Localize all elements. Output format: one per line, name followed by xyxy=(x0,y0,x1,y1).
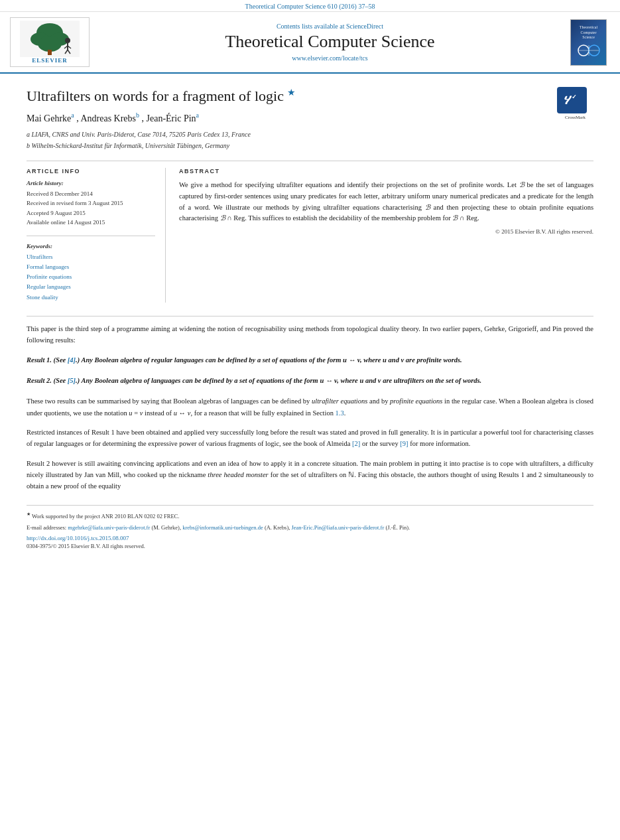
svg-point-4 xyxy=(38,36,62,52)
author3-sup: a xyxy=(196,111,199,119)
paragraph-4: Result 2 however is still awaiting convi… xyxy=(27,458,593,492)
author2-sup: b xyxy=(136,111,139,119)
email2-link[interactable]: krebs@informatik.uni-tuebingen.de xyxy=(182,524,263,531)
paragraph-2: These two results can be summarised by s… xyxy=(27,395,593,419)
sciencedirect-link[interactable]: ScienceDirect xyxy=(346,23,383,30)
star-footnote-mark: ★ xyxy=(287,88,296,98)
keyword-regular-languages: Regular languages xyxy=(27,282,155,292)
elsevier-logo: ELSEVIER xyxy=(10,17,90,67)
affiliations: a LIAFA, CNRS and Univ. Paris-Diderot, C… xyxy=(27,129,593,151)
article-info-col: ARTICLE INFO Article history: Received 8… xyxy=(27,168,166,303)
divider-keywords xyxy=(27,236,155,236)
email1-link[interactable]: mgehrke@liafa.univ-paris-diderot.fr xyxy=(68,524,150,531)
keyword-ultrafilters: Ultrafilters xyxy=(27,252,155,262)
elsevier-tree-icon xyxy=(20,21,80,57)
result-2-title: Result 2. (See [5].) Any Boolean algebra… xyxy=(27,375,593,386)
keywords-title: Keywords: xyxy=(27,243,155,249)
result-2-ref: (See [5].) xyxy=(54,377,80,384)
email1-name: (M. Gehrke), xyxy=(151,524,181,531)
result-2-text: Any Boolean algebra of languages can be … xyxy=(81,377,481,384)
author1-sup: a xyxy=(71,111,74,119)
footnote-star: ★ xyxy=(27,512,31,517)
journal-header: ELSEVIER Contents lists available at Sci… xyxy=(0,12,620,74)
svg-rect-5 xyxy=(48,50,52,55)
crossmark-icon: ሃ ✓ xyxy=(557,87,587,113)
crossmark-text: CrossMark xyxy=(557,115,593,120)
email3-link[interactable]: Jean-Eric.Pin@liafa.univ-paris-diderot.f… xyxy=(291,524,384,531)
result-1-text: Any Boolean algebra of regular languages… xyxy=(81,356,462,364)
doi-link[interactable]: http://dx.doi.org/10.1016/j.tcs.2015.08.… xyxy=(27,535,593,541)
email3-name: (J.-É. Pin). xyxy=(385,524,410,531)
journal-center: Contents lists available at ScienceDirec… xyxy=(90,23,570,62)
abstract-col: ABSTRACT We give a method for specifying… xyxy=(179,168,593,303)
intro-paragraph: This paper is the third step of a progra… xyxy=(27,323,593,346)
result-1-ref: (See [4].) xyxy=(54,356,80,364)
article-title: Ultrafilters on words for a fragment of … xyxy=(27,87,540,105)
affiliation-a: a LIAFA, CNRS and Univ. Paris-Diderot, C… xyxy=(27,129,593,139)
keywords-section: Keywords: Ultrafilters Formal languages … xyxy=(27,243,155,303)
tcs-mini-cover: TheoreticalComputerScience xyxy=(570,19,607,66)
footnote-text: Work supported by the project ANR 2010 B… xyxy=(32,513,179,520)
available-date: Available online 14 August 2015 xyxy=(27,218,155,227)
accepted-date: Accepted 9 August 2015 xyxy=(27,208,155,218)
article-title-area: Ultrafilters on words for a fragment of … xyxy=(27,87,593,105)
footnote-star-note: ★ Work supported by the project ANR 2010… xyxy=(27,511,593,521)
author1-name: Mai Gehrke xyxy=(27,113,71,123)
abstract-text: We give a method for specifying ultrafil… xyxy=(179,180,593,224)
copyright-text: © 2015 Elsevier B.V. All rights reserved… xyxy=(179,228,593,235)
revised-date: Received in revised form 3 August 2015 xyxy=(27,198,155,208)
journal-ref-text: Theoretical Computer Science 610 (2016) … xyxy=(245,3,375,10)
info-abstract-cols: ARTICLE INFO Article history: Received 8… xyxy=(27,168,593,303)
email-label: E-mail addresses: xyxy=(27,524,66,531)
main-content: Ultrafilters on words for a fragment of … xyxy=(0,74,620,563)
keyword-stone-duality: Stone duality xyxy=(27,293,155,303)
footer-area: ★ Work supported by the project ANR 2010… xyxy=(27,505,593,549)
author3-name: , Jean-Éric Pin xyxy=(142,113,196,123)
keyword-profinite-equations: Profinite equations xyxy=(27,272,155,282)
authors-line: Mai Gehrkea , Andreas Krebsb , Jean-Éric… xyxy=(27,111,593,124)
crossmark-badge: ሃ ✓ CrossMark xyxy=(557,87,593,117)
issn-text: 0304-3975/© 2015 Elsevier B.V. All right… xyxy=(27,543,593,549)
abstract-label: ABSTRACT xyxy=(179,168,593,175)
result-1-title: Result 1. (See [4].) Any Boolean algebra… xyxy=(27,354,593,366)
divider-1 xyxy=(27,161,593,161)
paragraph-3: Restricted instances of Result 1 have be… xyxy=(27,427,593,450)
affiliation-b: b Wilhelm-Schickard-Institut für Informa… xyxy=(27,141,593,151)
keyword-formal-languages: Formal languages xyxy=(27,262,155,272)
email-addresses-line: E-mail addresses: mgehrke@liafa.univ-par… xyxy=(27,524,593,532)
and-text: and xyxy=(527,471,536,478)
svg-point-6 xyxy=(65,38,70,43)
sciencedirect-text: Contents lists available at ScienceDirec… xyxy=(90,23,570,30)
journal-ref-bar: Theoretical Computer Science 610 (2016) … xyxy=(0,0,620,12)
history-title: Article history: xyxy=(27,180,155,186)
result-2-block: Result 2. (See [5].) Any Boolean algebra… xyxy=(27,375,593,386)
divider-2 xyxy=(27,316,593,316)
email2-name: (A. Krebs), xyxy=(265,524,290,531)
result-1-block: Result 1. (See [4].) Any Boolean algebra… xyxy=(27,354,593,366)
journal-url[interactable]: www.elsevier.com/locate/tcs xyxy=(90,54,570,62)
author2-name: , Andreas Krebs xyxy=(76,113,136,123)
article-history: Article history: Received 8 December 201… xyxy=(27,180,155,228)
tcs-cover: TheoreticalComputerScience xyxy=(570,19,610,66)
svg-text:✓: ✓ xyxy=(572,94,577,100)
journal-title: Theoretical Computer Science xyxy=(90,32,570,52)
article-info-label: ARTICLE INFO xyxy=(27,168,155,175)
elsevier-brand-text: ELSEVIER xyxy=(13,57,86,64)
received-date: Received 8 December 2014 xyxy=(27,189,155,198)
